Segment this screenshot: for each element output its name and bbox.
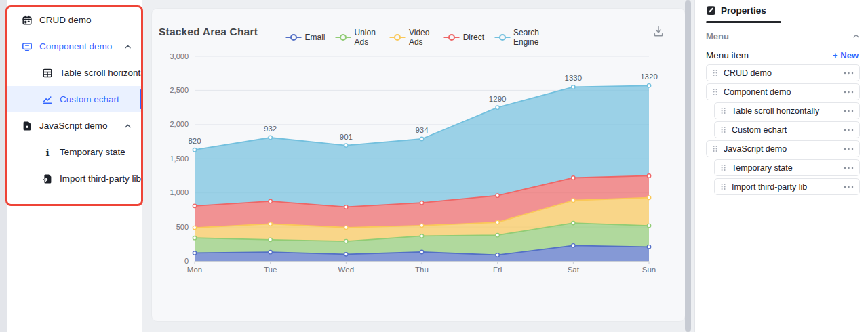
menu-item-text: Component demo [724,87,838,97]
drag-handle-icon[interactable] [720,182,726,191]
calendar-icon [22,15,33,26]
svg-text:932: 932 [264,125,277,133]
properties-panel: Properties Menu Menu item + New CRUD dem… [694,0,868,332]
svg-text:1,000: 1,000 [170,188,189,196]
svg-text:Thu: Thu [415,266,429,274]
section-menu[interactable]: Menu [706,30,860,42]
sidebar-menu: CRUD demoComponent demoTable scroll hori… [7,7,142,192]
stacked-area-chart[interactable]: 82093290193412901330132005001,0001,5002,… [152,9,685,321]
ellipsis-icon[interactable] [844,186,854,188]
menu-item-import-third-party-lib[interactable]: Import third-party lib [714,178,860,195]
svg-text:1320: 1320 [640,72,658,81]
svg-text:500: 500 [176,223,189,231]
left-rail [0,0,7,332]
sidebar: CRUD demoComponent demoTable scroll hori… [7,0,142,332]
svg-text:1,500: 1,500 [170,154,189,163]
drag-handle-icon[interactable] [712,144,718,153]
drag-handle-icon[interactable] [720,125,726,134]
chevron-up-icon[interactable] [124,123,132,129]
drag-handle-icon[interactable] [720,163,726,172]
svg-text:820: 820 [188,137,201,145]
menu-item-text: Import third-party lib [732,182,838,192]
sidebar-item-crud-demo[interactable]: CRUD demo [7,7,142,33]
ellipsis-icon[interactable] [844,148,854,150]
info-icon: i [42,147,53,158]
sidebar-item-label: CRUD demo [39,15,92,25]
sidebar-item-import-third-party-lib[interactable]: Import third-party lib [7,165,142,192]
sidebar-item-label: Temporary state [60,147,125,157]
menu-item-text: Temporary state [732,163,838,173]
svg-text:2,500: 2,500 [170,86,189,94]
ellipsis-icon[interactable] [844,72,854,75]
sidebar-item-label: Custom echart [60,94,119,104]
drag-handle-icon[interactable] [720,106,726,115]
active-tab-underline [706,21,781,23]
drag-handle-icon[interactable] [712,68,718,77]
svg-text:1330: 1330 [565,74,583,82]
table-icon [42,68,53,79]
ellipsis-icon[interactable] [844,129,854,131]
sidebar-item-label: Table scroll horizontally [60,68,155,78]
ellipsis-icon[interactable] [844,167,854,169]
properties-icon [706,5,716,16]
sidebar-item-javascript-demo[interactable]: JavaScript demo [7,112,142,139]
canvas: Stacked Area Chart EmailUnion AdsVideo A… [142,0,694,332]
svg-text:901: 901 [340,133,353,141]
menu-item-text: CRUD demo [724,68,838,78]
svg-text:Fri: Fri [493,266,502,274]
menu-item-text: Custom echart [732,125,838,135]
scrollbar-thumb[interactable] [685,0,691,332]
chevron-up-icon[interactable] [852,33,860,39]
svg-text:Tue: Tue [264,266,277,274]
svg-text:Wed: Wed [338,266,354,274]
svg-text:2,000: 2,000 [170,120,189,128]
menu-item-text: JavaScript demo [724,144,838,154]
component-icon [22,41,33,52]
menu-item-javascript-demo[interactable]: JavaScript demo [706,140,860,157]
ellipsis-icon[interactable] [844,91,854,94]
menu-item-text: Table scroll horizontally [732,106,838,116]
sidebar-item-table-scroll-horizontally[interactable]: Table scroll horizontally [7,60,142,86]
svg-text:934: 934 [415,126,429,134]
import-file-icon [42,173,53,184]
menu-item-temporary-state[interactable]: Temporary state [714,159,860,176]
menu-item-header: Menu item + New [706,49,859,61]
drag-handle-icon[interactable] [712,87,718,96]
svg-text:0: 0 [184,257,189,265]
sidebar-item-custom-echart[interactable]: Custom echart [7,86,142,112]
menu-item-component-demo[interactable]: Component demo [706,83,860,100]
menu-item-label: Menu item [706,50,749,60]
menu-item-crud-demo[interactable]: CRUD demo [706,64,860,81]
svg-text:i: i [45,147,49,158]
svg-text:Mon: Mon [187,266,202,274]
svg-text:Sun: Sun [642,266,656,274]
svg-text:Sat: Sat [568,266,580,274]
sidebar-item-component-demo[interactable]: Component demo [7,33,142,60]
chevron-up-icon[interactable] [124,44,132,49]
sidebar-item-label: Component demo [39,41,112,51]
tab-properties[interactable]: Properties [706,5,766,16]
sidebar-item-temporary-state[interactable]: iTemporary state [7,139,142,165]
sidebar-item-label: JavaScript demo [39,121,108,131]
menu-item-custom-echart[interactable]: Custom echart [714,121,860,138]
svg-text:3,000: 3,000 [170,52,189,60]
js-file-icon [22,121,33,131]
sidebar-item-label: Import third-party lib [60,173,141,184]
properties-tab-label: Properties [721,5,766,16]
chart-card: Stacked Area Chart EmailUnion AdsVideo A… [152,9,685,321]
ellipsis-icon[interactable] [844,110,854,112]
line-chart-icon [42,94,53,105]
vertical-scrollbar [684,0,694,332]
add-menu-item-button[interactable]: + New [833,50,859,60]
svg-text:1290: 1290 [489,95,507,103]
section-menu-label: Menu [706,31,729,41]
menu-item-table-scroll-horizontally[interactable]: Table scroll horizontally [714,102,860,119]
